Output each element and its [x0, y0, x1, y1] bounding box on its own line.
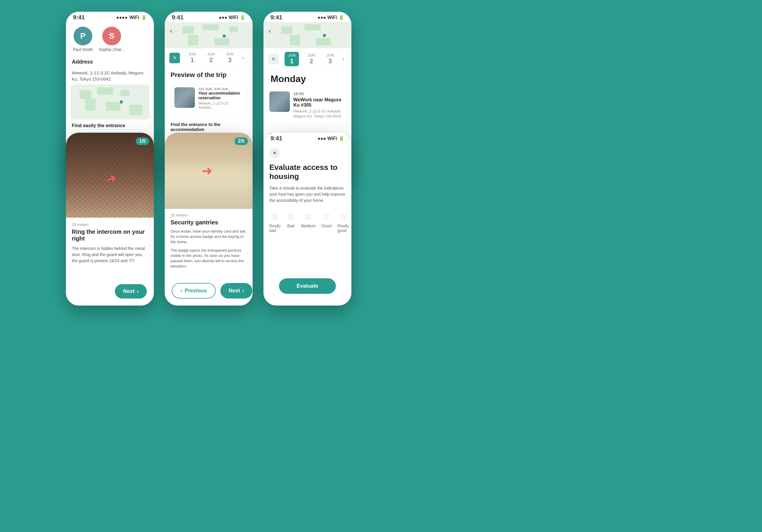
evaluate-btn-container: Evaluate [264, 278, 351, 294]
mini-map-2[interactable]: ‹ [165, 22, 253, 48]
eval-desc: Take a minute to evaluate the indication… [269, 185, 345, 204]
status-icons-6: ●●● WiFi 🔋 [317, 136, 344, 141]
status-icons-2: ●●● WiFi 🔋 [219, 15, 246, 20]
star-medium[interactable]: ☆ Medium [301, 211, 316, 233]
status-icons-1: ●●●●WiFi🔋 [116, 15, 147, 20]
map-pin-1 [119, 100, 124, 104]
next-button-1[interactable]: Next › [115, 284, 147, 299]
accom-img [174, 87, 195, 108]
list-view-icon-3[interactable]: ≡ [268, 54, 279, 64]
event-title-1: WeWork near Meguro Ku #305 [293, 97, 345, 108]
event-time-1: 16:00 [293, 92, 345, 96]
cal-tab-jun3-2[interactable]: JUN 3 [223, 52, 236, 64]
star-bad[interactable]: ☆ Bad [287, 211, 295, 233]
time-3: 9:41 [270, 14, 282, 21]
cal-tab-jun2-2[interactable]: JUN 2 [204, 52, 217, 64]
star-icon-1: ☆ [271, 211, 279, 222]
avatar-paul: P [74, 27, 92, 45]
list-view-icon-2[interactable]: ≡ [169, 53, 180, 63]
mini-map-3[interactable]: ‹ [264, 22, 351, 48]
star-icon-5: ☆ [339, 211, 347, 222]
step-badge-2: 2/5 [234, 137, 248, 145]
cal-tabs-2: ≡ JUN 1 JUN 2 JUN 3 › [165, 48, 253, 68]
evaluate-btn-label: Evaluate [297, 283, 318, 289]
star-really-good[interactable]: ☆ Really good [337, 211, 349, 233]
mini-map-1[interactable] [71, 84, 149, 119]
phone-6: 9:41 ●●● WiFi 🔋 × Evaluate access to hou… [264, 133, 351, 305]
step-content-2: 15 meters Security gantries Once inside,… [165, 209, 253, 273]
next-btn-label-1: Next [123, 288, 134, 295]
step-title-1: Ring the intercom on your right [72, 229, 148, 242]
map-pin-2 [222, 34, 227, 38]
nav-buttons-1: Next › [66, 284, 154, 299]
event-text-1: 16:00 WeWork near Meguro Ku #305 Wework,… [293, 92, 345, 119]
status-bar-6: 9:41 ●●● WiFi 🔋 [264, 133, 351, 143]
find-entrance-title-2: Find the entrance to the accommodation [171, 122, 247, 132]
event-sub-1: Wework, 2-12-3-2C Aobada,Meguro Ku, Toky… [293, 109, 345, 119]
star-label-2: Bad [287, 224, 294, 228]
back-btn-3[interactable]: ‹ [267, 25, 273, 37]
profile-row: P Paul Smith S Sophie Char... [66, 22, 154, 56]
prev-button-2[interactable]: ‹ Previous [172, 283, 216, 299]
star-icon-3: ☆ [304, 211, 312, 222]
find-entrance-title: Find easily the entrance [72, 123, 148, 128]
address-label: Address [72, 59, 148, 65]
star-label-1: Really bad [269, 224, 281, 233]
monday-day-title: Monday [264, 70, 351, 86]
phone-4: 1/5 ➜ ➜ 20 meters Ring the intercom on y… [66, 133, 154, 305]
cal-tab-jun1-3[interactable]: JUN 1 [284, 52, 299, 66]
step-title-2: Security gantries [171, 219, 247, 226]
status-bar-1: 9:41 ●●●●WiFi🔋 [66, 12, 154, 22]
distance-label-2: 15 meters [171, 213, 247, 217]
address-text: Wework, 2-12-3-2C Aobada, Meguro Ku, Tok… [72, 70, 148, 82]
prev-btn-label-2: Previous [185, 288, 207, 294]
address-section: Address Wework, 2-12-3-2C Aobada, Meguro… [66, 56, 154, 84]
accom-sub: Wework, 2-12-3-2C Aobada... [198, 101, 243, 109]
next-arrow-icon-1: › [137, 288, 139, 295]
stars-row: ☆ Really bad ☆ Bad ☆ Medium ☆ Good ☆ R [269, 211, 345, 233]
status-icons-3: ●●● WiFi 🔋 [317, 15, 344, 20]
star-really-bad[interactable]: ☆ Really bad [269, 211, 281, 233]
step-desc-1: The intercom is hidden behind the metal … [72, 245, 148, 264]
cal-tabs-3: ≡ JUN 1 JUN 2 JUN 3 › [264, 48, 351, 70]
accom-card-text: 1ST JUN.- 5TH JUN. Your accommodation re… [198, 87, 243, 109]
back-btn-2[interactable]: ‹ [168, 25, 174, 37]
close-icon: × [273, 150, 276, 156]
cal-tab-jun3-3[interactable]: JUN 3 [324, 53, 337, 65]
cal-more-3: › [342, 56, 344, 62]
cal-tab-jun2-3[interactable]: JUN 2 [305, 53, 318, 65]
map-pin-3 [322, 33, 327, 38]
evaluate-button[interactable]: Evaluate [279, 278, 336, 294]
star-icon-2: ☆ [287, 211, 295, 222]
prev-arrow-icon-2: ‹ [181, 288, 182, 294]
time-1: 9:41 [73, 14, 85, 21]
status-bar-3: 9:41 ●●● WiFi 🔋 [264, 12, 351, 22]
close-button[interactable]: × [269, 148, 280, 158]
time-6: 9:41 [270, 135, 282, 142]
star-label-5: Really good [337, 224, 349, 233]
step-content-1: 20 meters Ring the intercom on your righ… [66, 218, 154, 269]
star-good[interactable]: ☆ Good [322, 211, 332, 233]
preview-title: Preview of the trip [171, 71, 247, 79]
step-desc2-2: The badge opens the transparent porticos… [171, 248, 247, 269]
step-photo-2: 2/5 ➜ [165, 133, 253, 209]
step-photo-1: 1/5 ➜ ➜ [66, 133, 154, 218]
star-icon-4: ☆ [322, 211, 331, 222]
status-bar-2: 9:41 ●●● WiFi 🔋 [165, 12, 253, 22]
avatar-sophie: S [102, 27, 121, 45]
time-2: 9:41 [172, 14, 184, 21]
cal-more-2: › [242, 55, 244, 61]
star-label-4: Good [322, 224, 332, 228]
distance-label-1: 20 meters [72, 222, 148, 227]
accom-title: Your accommodation reservation [198, 91, 243, 100]
accommodation-card[interactable]: 1ST JUN.- 5TH JUN. Your accommodation re… [171, 84, 247, 113]
profile-name-paul: Paul Smith [73, 47, 93, 52]
event-item-1[interactable]: 16:00 WeWork near Meguro Ku #305 Wework,… [269, 88, 345, 122]
cal-tab-jun1-2[interactable]: JUN 1 [186, 52, 199, 64]
next-button-2[interactable]: Next › [220, 283, 252, 299]
step-badge-1: 1/5 [136, 137, 149, 145]
phone-5: 2/5 ➜ 15 meters Security gantries Once i… [165, 133, 253, 305]
event-img-1 [269, 92, 290, 112]
profile-name-sophie: Sophie Char... [99, 47, 125, 52]
evaluate-content: × Evaluate access to housing Take a minu… [264, 143, 351, 243]
